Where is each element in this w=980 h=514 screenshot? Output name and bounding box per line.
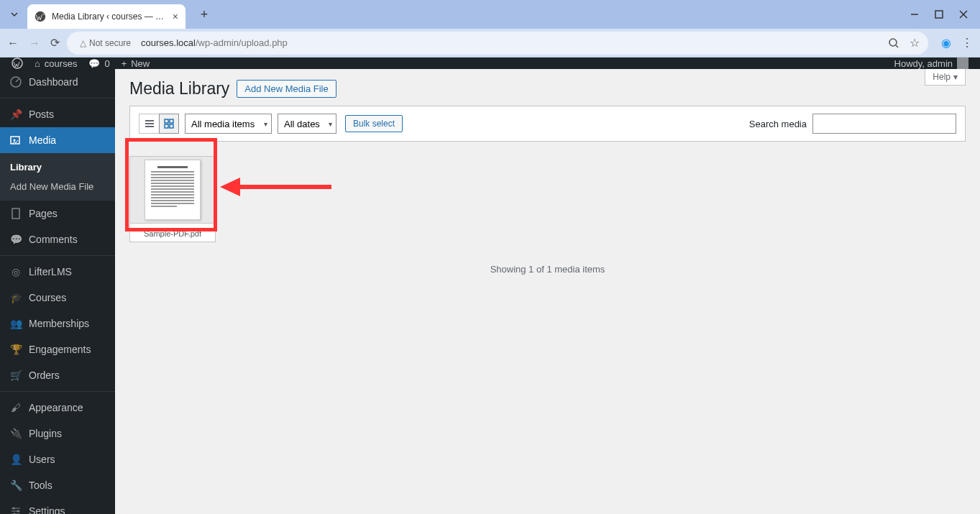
media-icon <box>9 133 23 147</box>
menu-comments[interactable]: 💬Comments <box>0 226 115 252</box>
avatar <box>957 58 968 69</box>
svg-line-4 <box>896 45 898 47</box>
svg-rect-21 <box>170 119 173 123</box>
tab-title: Media Library ‹ courses — Wor <box>52 12 167 22</box>
graduation-icon: 🎓 <box>9 290 23 305</box>
comment-icon: 💬 <box>9 232 23 247</box>
new-tab-button[interactable]: + <box>194 4 214 24</box>
site-name-link[interactable]: ⌂courses <box>29 58 83 69</box>
plug-icon: 🔌 <box>9 426 23 441</box>
pin-icon: 📌 <box>9 107 23 121</box>
close-icon[interactable] <box>958 9 968 19</box>
brush-icon: 🖌 <box>9 400 23 415</box>
users-icon: 👥 <box>9 316 23 331</box>
zoom-icon[interactable] <box>888 37 899 49</box>
bulk-select-button[interactable]: Bulk select <box>345 115 403 132</box>
svg-rect-2 <box>935 11 943 18</box>
grid-view-button[interactable] <box>159 114 179 134</box>
trophy-icon: 🏆 <box>9 342 23 357</box>
submenu-add-new[interactable]: Add New Media File <box>0 177 115 196</box>
svg-point-14 <box>13 508 15 510</box>
menu-posts[interactable]: 📌Posts <box>0 101 115 127</box>
search-label: Search media <box>749 119 807 129</box>
extension-icon[interactable]: ◉ <box>941 36 951 50</box>
my-account-link[interactable]: Howdy, admin <box>889 58 974 69</box>
media-grid: Sample-PDF.pdf <box>115 156 980 242</box>
content-area: Help▾ Media Library Add New Media File A… <box>115 69 980 514</box>
wp-adminbar: ⌂courses 💬0 +New Howdy, admin <box>0 58 980 69</box>
warning-icon: △ <box>80 38 86 48</box>
svg-rect-20 <box>165 119 168 123</box>
chevron-down-icon: ▾ <box>953 72 958 82</box>
media-item[interactable]: Sample-PDF.pdf <box>129 156 216 242</box>
list-view-button[interactable] <box>139 114 159 134</box>
add-new-button[interactable]: Add New Media File <box>237 80 336 98</box>
browser-toolbar: ← → ⟳ △ Not secure courses.local/wp-admi… <box>0 29 980 58</box>
user-icon: 👤 <box>9 452 23 467</box>
comments-link[interactable]: 💬0 <box>83 58 115 69</box>
menu-appearance[interactable]: 🖌Appearance <box>0 395 115 421</box>
url-text: courses.local/wp-admin/upload.php <box>141 37 288 48</box>
tab-search-button[interactable] <box>6 6 23 23</box>
svg-point-9 <box>14 139 16 142</box>
sliders-icon <box>9 504 23 514</box>
security-label: Not secure <box>89 38 131 48</box>
menu-plugins[interactable]: 🔌Plugins <box>0 421 115 446</box>
page-icon <box>9 206 23 221</box>
media-filename: Sample-PDF.pdf <box>130 223 215 242</box>
media-thumbnail <box>130 157 215 223</box>
svg-rect-10 <box>12 208 19 219</box>
filter-type-select[interactable]: All media items <box>185 114 272 134</box>
wordpress-icon <box>35 11 46 22</box>
browser-tab[interactable]: Media Library ‹ courses — Wor × <box>27 4 186 29</box>
admin-menu: Dashboard 📌Posts Media Library Add New M… <box>0 69 115 514</box>
submenu-library[interactable]: Library <box>0 157 115 177</box>
cart-icon: 🛒 <box>9 368 23 382</box>
page-title: Media Library <box>129 79 229 98</box>
help-tab[interactable]: Help▾ <box>925 69 966 86</box>
menu-settings[interactable]: Settings <box>0 498 115 514</box>
forward-button[interactable]: → <box>29 37 40 50</box>
menu-icon[interactable]: ⋮ <box>961 36 973 50</box>
tab-close-button[interactable]: × <box>173 11 178 22</box>
menu-memberships[interactable]: 👥Memberships <box>0 311 115 336</box>
bookmark-icon[interactable]: ☆ <box>910 36 920 50</box>
wrench-icon: 🔧 <box>9 478 23 492</box>
menu-orders[interactable]: 🛒Orders <box>0 362 115 388</box>
lifterlms-icon: ◎ <box>9 265 23 279</box>
maximize-icon[interactable] <box>934 9 944 19</box>
menu-tools[interactable]: 🔧Tools <box>0 472 115 498</box>
svg-point-3 <box>889 39 897 46</box>
dashboard-icon <box>9 75 23 89</box>
svg-rect-23 <box>170 124 173 128</box>
svg-line-7 <box>16 79 19 82</box>
menu-dashboard[interactable]: Dashboard <box>0 69 115 95</box>
comment-icon: 💬 <box>88 58 100 69</box>
home-icon: ⌂ <box>35 58 40 69</box>
minimize-icon[interactable] <box>910 9 920 19</box>
wp-logo-menu[interactable] <box>6 58 29 69</box>
svg-point-15 <box>17 510 19 513</box>
media-toolbar: All media items All dates Bulk select Se… <box>129 106 966 142</box>
menu-courses[interactable]: 🎓Courses <box>0 285 115 311</box>
menu-engagements[interactable]: 🏆Engagements <box>0 336 115 362</box>
menu-pages[interactable]: Pages <box>0 201 115 226</box>
menu-lifterlms[interactable]: ◎LifterLMS <box>0 259 115 285</box>
menu-media-submenu: Library Add New Media File <box>0 153 115 201</box>
address-bar[interactable]: △ Not secure courses.local/wp-admin/uplo… <box>67 32 928 55</box>
menu-media[interactable]: Media <box>0 127 115 153</box>
status-text: Showing 1 of 1 media items <box>115 242 980 296</box>
new-content-link[interactable]: +New <box>116 58 156 69</box>
back-button[interactable]: ← <box>7 37 19 50</box>
filter-date-select[interactable]: All dates <box>278 114 336 134</box>
svg-rect-22 <box>165 124 168 128</box>
plus-icon: + <box>122 58 127 69</box>
security-badge[interactable]: △ Not secure <box>75 37 135 50</box>
reload-button[interactable]: ⟳ <box>50 36 60 50</box>
search-input[interactable] <box>812 114 956 134</box>
browser-tabstrip: Media Library ‹ courses — Wor × + <box>0 0 980 29</box>
menu-users[interactable]: 👤Users <box>0 446 115 472</box>
